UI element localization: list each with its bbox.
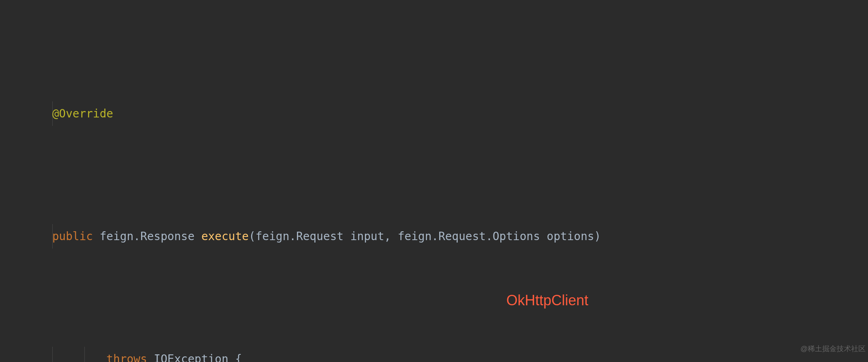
code-editor[interactable]: @Override public feign.Response execute(… (0, 0, 868, 362)
annotation-token: @Override (52, 107, 113, 120)
keyword-throws: throws (106, 352, 147, 362)
code-line[interactable]: public feign.Response execute(feign.Requ… (0, 224, 868, 249)
method-name: execute (201, 230, 249, 243)
annotation-overlay: OkHttpClient (506, 288, 588, 313)
watermark-text: @稀土掘金技术社区 (800, 337, 866, 361)
method-params: (feign.Request input, feign.Request.Opti… (249, 230, 601, 243)
code-line[interactable]: throws IOException { (0, 347, 868, 362)
keyword-public: public (52, 230, 93, 243)
throws-clause: IOException { (147, 352, 242, 362)
return-type: feign.Response (93, 230, 201, 243)
code-line[interactable]: @Override (0, 101, 868, 126)
